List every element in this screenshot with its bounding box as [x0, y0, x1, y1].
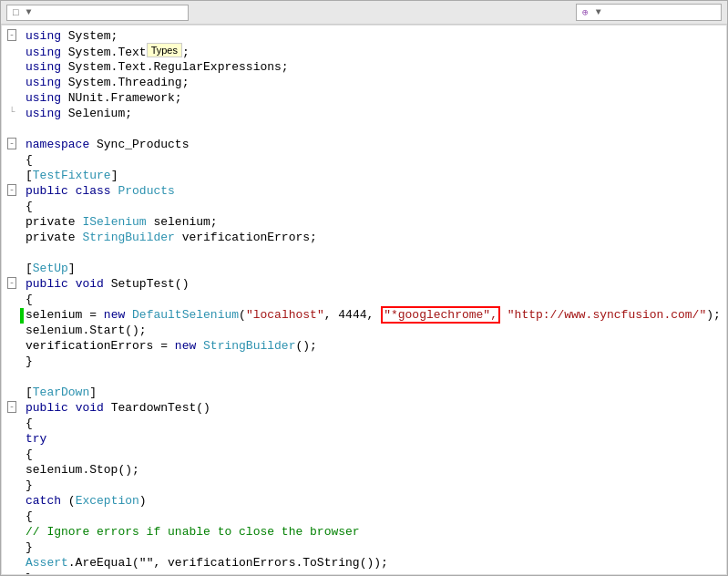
line-content: public class Products — [26, 184, 723, 198]
fold-indicator[interactable]: - — [5, 138, 18, 149]
code-line: └using Selenium; — [2, 107, 726, 122]
token-type: StringBuilder — [82, 231, 174, 244]
line-content: selenium.Start(); — [26, 324, 723, 337]
line-content: using System.Text.RegularExpressions; — [26, 60, 723, 74]
line-content: } — [26, 571, 723, 575]
fold-indicator[interactable]: - — [5, 277, 18, 288]
code-line: using NUnit.Framework; — [2, 91, 726, 107]
token-kw: public — [26, 401, 68, 415]
line-content: { — [26, 509, 723, 523]
token-plain: Sync_Products — [89, 138, 189, 151]
token-attr: SetUp — [33, 262, 68, 275]
tooltip-popup: Types — [147, 43, 182, 57]
code-line: } — [2, 571, 726, 575]
token-kw: public — [26, 184, 68, 198]
token-kw2: using — [26, 76, 61, 89]
ide-window: □ ▼ ⊕ ▼ -using System;using System.TextT… — [0, 0, 728, 576]
code-line: [SetUp] — [2, 262, 726, 277]
token-plain: verificationErrors; — [175, 231, 317, 244]
line-content: private ISelenium selenium; — [26, 215, 723, 229]
code-line: verificationErrors = new StringBuilder()… — [2, 339, 726, 355]
token-plain: [ — [26, 386, 33, 399]
execution-marker — [20, 308, 24, 324]
code-line: -using System; — [2, 29, 726, 45]
token-kw2: using — [26, 60, 61, 74]
method-dropdown-arrow: ▼ — [596, 7, 601, 17]
line-content: try — [26, 432, 723, 446]
fold-indicator[interactable]: - — [5, 29, 18, 40]
token-plain: private — [26, 215, 82, 229]
line-content: [SetUp] — [26, 262, 723, 275]
token-type: Products — [118, 184, 174, 198]
title-bar: □ ▼ ⊕ ▼ — [1, 1, 727, 25]
token-plain — [500, 308, 508, 322]
token-plain: { — [26, 417, 33, 430]
line-content: private StringBuilder verificationErrors… — [26, 231, 723, 244]
line-content: verificationErrors = new StringBuilder()… — [26, 339, 723, 353]
token-plain: (); — [295, 339, 316, 353]
token-plain: NUnit.Framework; — [61, 91, 182, 105]
method-icon: ⊕ — [582, 6, 589, 18]
line-content: } — [26, 540, 723, 554]
code-line: try — [2, 432, 726, 447]
fold-indicator: └ — [5, 107, 18, 118]
token-kw2: using — [26, 107, 61, 120]
token-plain — [68, 401, 76, 415]
code-line: } — [2, 355, 726, 370]
file-dropdown[interactable]: □ ▼ — [6, 5, 189, 21]
token-kw: catch — [26, 494, 61, 508]
line-content: catch (Exception) — [26, 494, 723, 508]
code-line: { — [2, 417, 726, 432]
token-plain: System.Threading; — [61, 76, 189, 89]
code-line: -public void SetupTest() — [2, 277, 726, 293]
line-content — [26, 370, 723, 384]
line-content: selenium = new DefaultSelenium("localhos… — [26, 308, 723, 322]
token-plain: .AreEqual("", verificationErrors.ToStrin… — [68, 556, 388, 570]
token-plain — [68, 184, 76, 198]
token-plain: [ — [26, 169, 33, 182]
code-line: using System.TextTypes; — [2, 45, 726, 60]
file-selector[interactable]: □ ▼ — [6, 5, 572, 21]
token-plain: ); — [706, 308, 721, 322]
code-line: private ISelenium selenium; — [2, 215, 726, 231]
code-line: // Ignore errors if unable to close the … — [2, 525, 726, 540]
token-kw: public — [26, 277, 68, 291]
token-comment: // Ignore errors if unable to close the … — [26, 525, 360, 539]
method-dropdown[interactable]: ⊕ ▼ — [576, 4, 722, 21]
token-plain: } — [26, 355, 33, 368]
line-content: using NUnit.Framework; — [26, 91, 723, 105]
line-content: } — [26, 355, 723, 368]
line-content: namespace Sync_Products — [26, 138, 723, 151]
token-plain: System.Text — [61, 46, 147, 59]
line-content: Assert.AreEqual("", verificationErrors.T… — [26, 556, 723, 570]
token-kw2: namespace — [26, 138, 89, 151]
line-content: using Selenium; — [26, 107, 723, 120]
code-line: using System.Text.RegularExpressions; — [2, 60, 726, 76]
method-selector[interactable]: ⊕ ▼ — [576, 4, 722, 21]
line-content: { — [26, 200, 723, 213]
token-plain: { — [26, 200, 33, 213]
line-content: [TearDown] — [26, 386, 723, 399]
token-kw: try — [26, 432, 46, 446]
token-attr: TestFixture — [33, 169, 111, 182]
token-attr: TearDown — [33, 386, 89, 399]
token-plain — [125, 308, 132, 322]
code-editor[interactable]: -using System;using System.TextTypes;usi… — [1, 25, 727, 575]
line-content: using System.TextTypes; — [26, 45, 723, 59]
token-type: StringBuilder — [203, 339, 295, 353]
line-content: { — [26, 447, 723, 461]
line-content — [26, 246, 723, 260]
code-line: [TestFixture] — [2, 169, 726, 184]
line-content: { — [26, 417, 723, 430]
code-line: catch (Exception) — [2, 494, 726, 509]
token-plain: verificationErrors = — [26, 339, 175, 353]
token-plain: TeardownTest() — [104, 401, 210, 415]
code-line: using System.Threading; — [2, 76, 726, 91]
token-plain: ( — [239, 308, 246, 322]
token-kw: void — [76, 401, 104, 415]
token-plain: private — [26, 231, 82, 244]
token-kw: new — [104, 308, 125, 322]
fold-indicator[interactable]: - — [5, 401, 18, 412]
token-str: "localhost" — [246, 308, 324, 322]
fold-indicator[interactable]: - — [5, 184, 18, 195]
